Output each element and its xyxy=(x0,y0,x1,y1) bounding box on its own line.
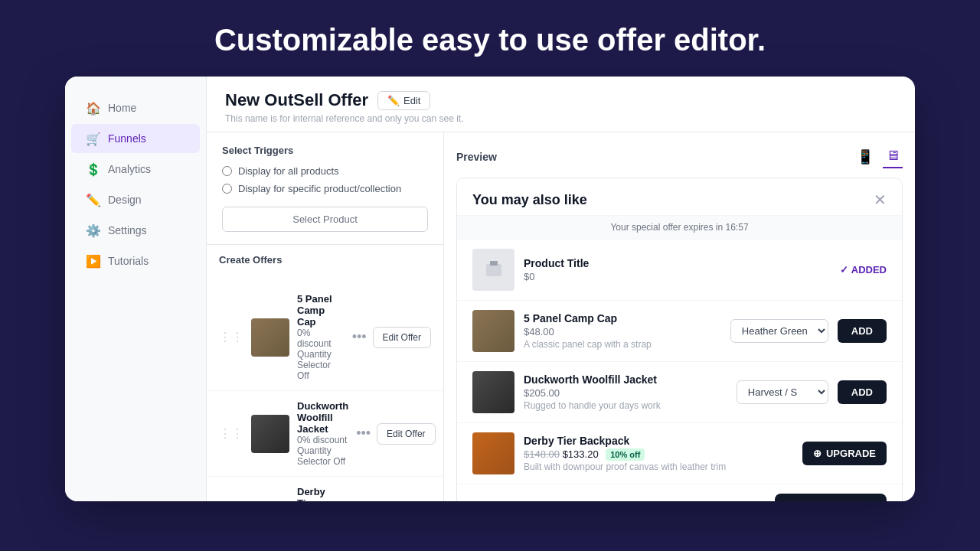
create-offers-section: Create Offers ⋮⋮ 5 Panel Camp Cap 0% dis… xyxy=(207,245,443,501)
preview-main-product-name: Product Title xyxy=(524,257,831,269)
triggers-section: Select Triggers Display for all products… xyxy=(207,132,443,245)
desktop-view-button[interactable]: 🖥 xyxy=(883,145,903,168)
backpack-upgrade-button[interactable]: ⊕ UPGRADE xyxy=(802,442,887,465)
modal-preview: You may also like ✕ Your special offer e… xyxy=(456,178,903,501)
offer-item-discount-jacket: 0% discount xyxy=(297,435,348,445)
preview-main-product-info: Product Title $0 xyxy=(524,257,831,282)
edit-offer-button-cap[interactable]: Edit Offer xyxy=(373,327,431,348)
modal-close-button[interactable]: ✕ xyxy=(874,191,887,209)
added-label: ✓ ADDED xyxy=(840,264,887,276)
offer-item-jacket: ⋮⋮ Duckworth Woolfill Jacket 0% discount… xyxy=(207,391,443,477)
offer-item-img-jacket xyxy=(251,415,289,453)
modal-title: You may also like xyxy=(472,192,587,208)
preview-backpack-info: Derby Tier Backpack $148.00 $133.20 10% … xyxy=(524,435,793,472)
gear-icon: ⚙️ xyxy=(87,223,100,237)
backpack-original-price: $148.00 xyxy=(524,448,560,460)
left-panel: Select Triggers Display for all products… xyxy=(207,132,444,501)
jacket-add-button[interactable]: ADD xyxy=(838,380,887,404)
preview-main-product: Product Title $0 ✓ ADDED xyxy=(457,240,902,301)
right-panel: Preview 📱 🖥 You may also like ✕ Your spe… xyxy=(444,132,915,501)
radio-specific-product[interactable]: Display for specific product/collection xyxy=(222,183,428,194)
continue-row: CONTINUE ⊙ xyxy=(457,484,902,501)
radio-all-input[interactable] xyxy=(222,166,232,176)
offer-actions-jacket: ••• Edit Offer xyxy=(356,423,435,445)
offer-item-name-cap: 5 Panel Camp Cap xyxy=(297,293,345,328)
continue-button[interactable]: CONTINUE ⊙ xyxy=(775,494,887,501)
preview-product-backpack: Derby Tier Backpack $148.00 $133.20 10% … xyxy=(457,423,902,484)
sidebar-item-label: Design xyxy=(108,194,142,206)
timer-bar: Your special offer expires in 16:57 xyxy=(457,216,902,240)
offer-header: New OutSell Offer ✏️ Edit This name is f… xyxy=(207,77,915,132)
create-offers-title: Create Offers xyxy=(219,254,282,266)
sidebar-item-funnels[interactable]: 🛒 Funnels xyxy=(71,124,200,153)
radio-specific-input[interactable] xyxy=(222,184,232,194)
pencil-icon: ✏️ xyxy=(387,95,400,106)
cap-add-button[interactable]: ADD xyxy=(838,319,887,343)
preview-header: Preview 📱 🖥 xyxy=(456,145,903,168)
preview-backpack-name: Derby Tier Backpack xyxy=(524,435,793,447)
offer-title: New OutSell Offer xyxy=(225,90,368,110)
sidebar-item-label: Analytics xyxy=(108,163,151,175)
page-headline: Customizable easy to use offer editor. xyxy=(214,0,766,77)
sidebar-item-analytics[interactable]: 💲 Analytics xyxy=(71,155,200,184)
check-icon: ✓ xyxy=(840,264,848,276)
sidebar-item-label: Settings xyxy=(108,224,147,236)
edit-offer-button-jacket[interactable]: Edit Offer xyxy=(377,423,435,445)
offer-actions-cap: ••• Edit Offer xyxy=(352,327,431,348)
sidebar-item-design[interactable]: ✏️ Design xyxy=(71,185,200,214)
sidebar-item-home[interactable]: 🏠 Home xyxy=(71,93,200,122)
drag-handle-icon[interactable]: ⋮⋮ xyxy=(219,330,243,344)
preview-backpack-img xyxy=(472,432,514,474)
radio-all-label: Display for all products xyxy=(238,165,339,177)
svg-rect-0 xyxy=(486,264,501,276)
preview-label: Preview xyxy=(456,151,497,163)
circle-plus-icon: ⊕ xyxy=(813,448,822,459)
jacket-variant-select[interactable]: Harvest / S xyxy=(737,380,828,404)
edit-button[interactable]: ✏️ Edit xyxy=(377,91,430,110)
offer-item-img-cap xyxy=(251,318,289,357)
triggers-title: Select Triggers xyxy=(222,145,428,156)
play-icon: ▶️ xyxy=(87,254,100,268)
select-product-button[interactable]: Select Product xyxy=(222,207,428,232)
mobile-view-button[interactable]: 📱 xyxy=(854,145,877,168)
home-icon: 🏠 xyxy=(87,101,100,115)
radio-specific-label: Display for specific product/collection xyxy=(238,183,401,194)
backpack-sale-price: $133.20 xyxy=(563,448,599,460)
sidebar-item-label: Home xyxy=(108,102,136,114)
preview-product-jacket: Duckworth Woolfill Jacket $205.00 Rugged… xyxy=(457,362,902,423)
sidebar-item-settings[interactable]: ⚙️ Settings xyxy=(71,216,200,245)
preview-cap-name: 5 Panel Camp Cap xyxy=(524,312,721,324)
preview-main-product-img xyxy=(472,249,514,291)
preview-jacket-price: $205.00 xyxy=(524,387,727,399)
sidebar-item-tutorials[interactable]: ▶️ Tutorials xyxy=(71,246,200,276)
more-button-jacket[interactable]: ••• xyxy=(356,425,371,442)
svg-rect-1 xyxy=(490,261,498,266)
preview-main-product-price: $0 xyxy=(524,271,831,282)
more-button-cap[interactable]: ••• xyxy=(352,329,367,345)
radio-all-products[interactable]: Display for all products xyxy=(222,165,428,177)
dollar-icon: 💲 xyxy=(87,162,100,176)
drag-handle-icon[interactable]: ⋮⋮ xyxy=(219,426,243,441)
sidebar-item-label: Tutorials xyxy=(108,255,149,267)
preview-jacket-img xyxy=(472,371,514,413)
preview-cap-info: 5 Panel Camp Cap $48.00 A classic panel … xyxy=(524,312,721,350)
main-content: New OutSell Offer ✏️ Edit This name is f… xyxy=(207,77,915,501)
offer-item-qty-jacket: Quantity Selector Off xyxy=(297,445,348,467)
preview-jacket-info: Duckworth Woolfill Jacket $205.00 Rugged… xyxy=(524,373,727,411)
offer-item-info-backpack: Derby Tier Backpack 10% discount Quantit… xyxy=(297,486,345,501)
offer-item-name-jacket: Duckworth Woolfill Jacket xyxy=(297,400,348,435)
offer-item-cap: ⋮⋮ 5 Panel Camp Cap 0% discount Quantity… xyxy=(207,284,443,391)
pen-icon: ✏️ xyxy=(87,193,100,207)
offer-item-info-cap: 5 Panel Camp Cap 0% discount Quantity Se… xyxy=(297,293,345,381)
offer-item-info-jacket: Duckworth Woolfill Jacket 0% discount Qu… xyxy=(297,400,348,467)
preview-jacket-name: Duckworth Woolfill Jacket xyxy=(524,373,727,386)
cart-icon: 🛒 xyxy=(87,132,100,145)
cap-variant-select[interactable]: Heather Green xyxy=(730,319,828,343)
preview-icons: 📱 🖥 xyxy=(854,145,903,168)
create-offers-header: Create Offers xyxy=(207,245,443,284)
modal-top-bar: You may also like ✕ xyxy=(457,178,902,216)
offer-subtitle: This name is for internal reference and … xyxy=(225,113,897,124)
offer-item-qty-cap: Quantity Selector Off xyxy=(297,349,345,381)
preview-backpack-desc: Built with downpour proof canvas with le… xyxy=(524,461,793,472)
preview-product-cap: 5 Panel Camp Cap $48.00 A classic panel … xyxy=(457,301,902,362)
